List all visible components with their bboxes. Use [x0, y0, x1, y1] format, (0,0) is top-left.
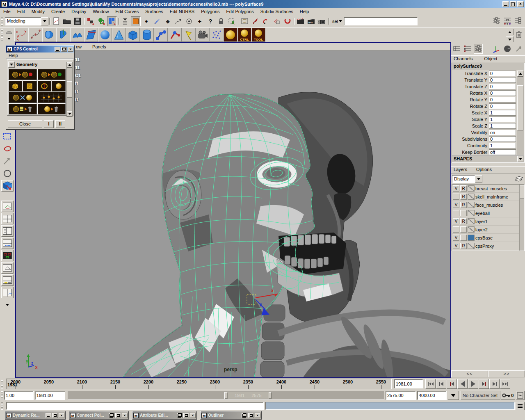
loft-icon[interactable] — [56, 28, 70, 42]
shelf-scroll-down-button[interactable] — [506, 36, 514, 43]
bevel-icon[interactable] — [84, 28, 98, 42]
minimized-attribute-editor-window[interactable]: M Attribute Edi... × — [132, 411, 197, 420]
layer-color-swatch[interactable] — [468, 243, 475, 249]
layer-reference-toggle[interactable]: R — [460, 194, 467, 200]
layer-visible-toggle[interactable] — [453, 226, 459, 233]
shelf-tab-selector[interactable] — [4, 28, 14, 42]
menu-options[interactable]: Options — [476, 167, 492, 173]
layer-row[interactable]: VRface_muscles — [452, 201, 524, 209]
nurbs-cone-icon[interactable] — [112, 28, 126, 42]
polygon-cube-icon[interactable] — [126, 28, 140, 42]
cps-section-header[interactable]: Geometry — [8, 61, 72, 68]
help-mode-icon[interactable]: ? — [205, 16, 215, 26]
grab-brush-icon[interactable] — [272, 16, 282, 26]
joint-tool-icon[interactable] — [154, 28, 168, 42]
layer-visible-toggle[interactable]: V — [453, 185, 459, 192]
play-forwards-button[interactable] — [468, 379, 478, 389]
channel-value-field[interactable]: 0 — [489, 90, 516, 96]
range-end-handle[interactable] — [269, 392, 272, 399]
playback-end-field[interactable] — [386, 391, 416, 400]
channel-value-field[interactable]: 0 — [489, 77, 516, 83]
channel-value-field[interactable]: 1 — [489, 116, 516, 122]
layer-color-swatch[interactable] — [468, 202, 475, 208]
revolve-icon[interactable] — [42, 28, 56, 42]
hotbox-icon[interactable] — [261, 16, 271, 26]
layer-row[interactable]: VRbreast_muscles — [452, 185, 524, 193]
rangeslider-drag-handle[interactable] — [1, 391, 3, 400]
menu-display[interactable]: Display — [68, 9, 89, 14]
restore-button[interactable] — [109, 413, 114, 418]
shapes-scroll-down-button[interactable] — [517, 156, 523, 162]
shelf-scroll-up-button[interactable] — [506, 29, 514, 35]
channel-value-field[interactable]: off — [489, 149, 516, 155]
layout-hypergraph-button[interactable] — [1, 250, 14, 261]
cps-mode-two-button[interactable]: II — [55, 120, 65, 128]
trash-icon[interactable] — [515, 29, 523, 40]
menu-edit[interactable]: Edit — [14, 9, 28, 14]
layer-visible-toggle[interactable]: V — [453, 235, 459, 241]
layer-color-swatch[interactable] — [468, 226, 475, 233]
cps-plane-icon[interactable] — [23, 80, 37, 91]
render-current-frame-icon[interactable] — [296, 16, 306, 26]
ipr-render-icon[interactable]: IPR — [306, 16, 316, 26]
close-button[interactable]: × — [122, 413, 128, 418]
cps-ctrl-icon[interactable]: CTRL — [237, 28, 251, 42]
animation-end-field[interactable] — [417, 391, 447, 400]
manip-axis-icon[interactable] — [491, 44, 501, 54]
layer-row[interactable]: Rskell_mainframe — [452, 193, 524, 201]
play-backwards-button[interactable] — [457, 379, 468, 389]
cps-mirror-icon[interactable] — [37, 80, 51, 91]
range-start-handle[interactable] — [225, 392, 228, 399]
render-view-icon[interactable] — [240, 16, 250, 26]
ik-handle-icon[interactable] — [168, 28, 182, 42]
menu-object[interactable]: Object — [484, 56, 497, 62]
show-attribute-editor-icon[interactable] — [492, 16, 502, 26]
channel-value-field[interactable]: on — [489, 130, 516, 135]
toolbar-drag-handle[interactable] — [1, 16, 3, 26]
layout-two-pane-button[interactable] — [1, 287, 14, 298]
select-component-icon[interactable] — [107, 16, 117, 26]
cps-help-menu[interactable]: Help — [6, 52, 74, 59]
paint-effects-icon[interactable] — [251, 16, 260, 26]
menu-help[interactable]: Help — [297, 9, 313, 14]
cv-curve-tool-icon[interactable] — [14, 28, 28, 42]
snap-magnet-icon[interactable] — [283, 16, 292, 26]
layer-mode-selector[interactable]: Display — [452, 175, 482, 183]
layer-row[interactable]: layer2 — [452, 226, 524, 234]
layer-row[interactable]: VcpsBase — [452, 234, 524, 242]
layer-row[interactable]: eyeball — [452, 209, 524, 217]
cps-grid-points-icon[interactable] — [37, 92, 66, 103]
menu-modify[interactable]: Modify — [28, 9, 48, 14]
page-right-button[interactable]: >> — [488, 370, 525, 377]
cps-mode-one-button[interactable]: I — [44, 120, 54, 128]
script-editor-button[interactable] — [516, 402, 525, 410]
layout-more-dropdown[interactable] — [1, 299, 14, 310]
scroll-thumb[interactable] — [67, 81, 72, 98]
cps-minimize-button[interactable] — [55, 47, 60, 52]
timeslider-drag-handle[interactable] — [1, 379, 3, 389]
snap-to-view-planes-icon[interactable] — [152, 16, 162, 26]
command-line-input[interactable] — [6, 402, 264, 410]
menu-edit-polygons[interactable]: Edit Polygons — [223, 9, 257, 14]
menu-polygons[interactable]: Polygons — [198, 9, 223, 14]
layer-visible-toggle[interactable]: V — [453, 243, 459, 249]
manip-arrow-icon[interactable] — [514, 44, 524, 54]
window-titlebar[interactable]: M Maya 4.0: D:\Documents and Settings\ju… — [0, 0, 525, 8]
center-pivot-icon[interactable] — [184, 16, 194, 26]
layer-color-swatch[interactable] — [468, 210, 475, 216]
sel-label[interactable]: sel — [332, 19, 338, 24]
layer-reference-toggle[interactable] — [460, 226, 467, 233]
channel-scrollbar[interactable] — [517, 71, 524, 155]
layer-color-swatch[interactable] — [468, 235, 475, 241]
cps-detach-icon[interactable] — [8, 92, 37, 103]
show-tool-settings-icon[interactable] — [502, 16, 512, 26]
menu-surfaces[interactable]: Surfaces — [142, 9, 166, 14]
close-button[interactable]: × — [255, 413, 260, 418]
birail-icon[interactable] — [70, 28, 84, 42]
viewport-canvas[interactable]: x z persp y z x — [16, 50, 450, 377]
layout-persp-trax-button[interactable] — [1, 274, 14, 286]
character-set-label[interactable]: No Character Set — [461, 391, 500, 400]
save-scene-icon[interactable] — [73, 16, 82, 26]
animation-preferences-icon[interactable] — [516, 391, 525, 400]
auto-keyframe-button[interactable]: 0 — [501, 391, 515, 400]
